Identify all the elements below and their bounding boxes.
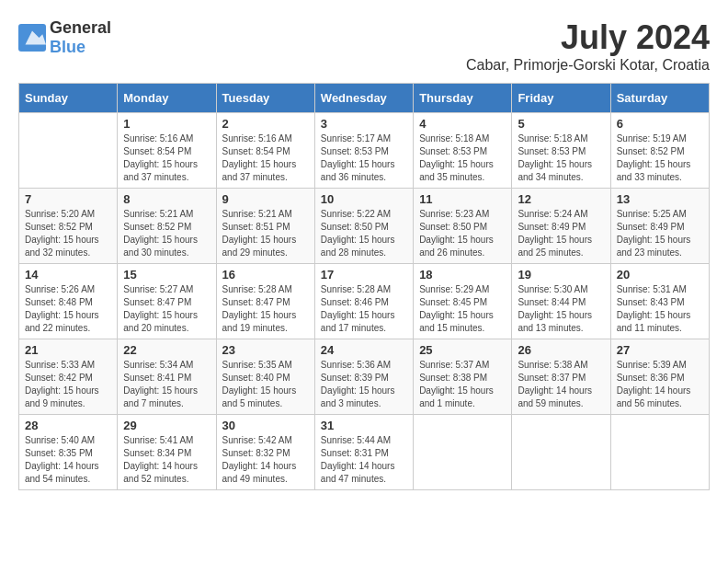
logo: General Blue	[18, 18, 111, 57]
day-number: 28	[25, 419, 111, 432]
day-number: 14	[25, 268, 111, 282]
day-info: Sunrise: 5:30 AM Sunset: 8:44 PM Dayligh…	[518, 283, 604, 335]
calendar-cell: 16Sunrise: 5:28 AM Sunset: 8:47 PM Dayli…	[216, 264, 314, 339]
day-number: 13	[617, 192, 703, 206]
logo-general-text: General	[50, 18, 111, 37]
day-number: 16	[222, 268, 309, 282]
day-info: Sunrise: 5:17 AM Sunset: 8:53 PM Dayligh…	[321, 132, 407, 184]
calendar-body: 1Sunrise: 5:16 AM Sunset: 8:54 PM Daylig…	[19, 113, 710, 490]
day-number: 2	[222, 117, 309, 131]
calendar-cell	[414, 415, 512, 490]
day-number: 31	[321, 419, 407, 432]
calendar-cell	[512, 415, 610, 490]
calendar-cell: 24Sunrise: 5:36 AM Sunset: 8:39 PM Dayli…	[314, 339, 413, 415]
day-number: 6	[617, 117, 703, 131]
month-year-title: July 2024	[466, 18, 710, 57]
day-header-saturday: Saturday	[610, 84, 709, 113]
calendar-cell	[610, 415, 709, 490]
calendar-cell: 30Sunrise: 5:42 AM Sunset: 8:32 PM Dayli…	[216, 415, 314, 490]
calendar-cell: 5Sunrise: 5:18 AM Sunset: 8:53 PM Daylig…	[512, 113, 610, 189]
calendar-cell: 4Sunrise: 5:18 AM Sunset: 8:53 PM Daylig…	[414, 113, 512, 189]
calendar-cell: 19Sunrise: 5:30 AM Sunset: 8:44 PM Dayli…	[512, 264, 610, 339]
calendar-cell: 2Sunrise: 5:16 AM Sunset: 8:54 PM Daylig…	[216, 113, 314, 189]
calendar-cell: 29Sunrise: 5:41 AM Sunset: 8:34 PM Dayli…	[118, 415, 216, 490]
day-number: 30	[222, 419, 309, 432]
day-header-friday: Friday	[512, 84, 610, 113]
day-info: Sunrise: 5:44 AM Sunset: 8:31 PM Dayligh…	[321, 434, 407, 486]
day-number: 25	[419, 343, 506, 357]
day-number: 3	[321, 117, 407, 131]
day-info: Sunrise: 5:31 AM Sunset: 8:43 PM Dayligh…	[617, 283, 703, 335]
page-header: General Blue July 2024 Cabar, Primorje-G…	[18, 18, 710, 74]
day-info: Sunrise: 5:18 AM Sunset: 8:53 PM Dayligh…	[518, 132, 604, 184]
day-info: Sunrise: 5:35 AM Sunset: 8:40 PM Dayligh…	[222, 359, 309, 410]
week-row-3: 21Sunrise: 5:33 AM Sunset: 8:42 PM Dayli…	[19, 339, 710, 415]
day-number: 22	[123, 343, 210, 357]
day-number: 7	[25, 192, 111, 206]
day-number: 8	[123, 192, 210, 206]
calendar-cell: 17Sunrise: 5:28 AM Sunset: 8:46 PM Dayli…	[314, 264, 413, 339]
day-info: Sunrise: 5:21 AM Sunset: 8:51 PM Dayligh…	[222, 208, 309, 259]
day-info: Sunrise: 5:28 AM Sunset: 8:46 PM Dayligh…	[321, 283, 407, 335]
day-number: 20	[617, 268, 703, 282]
calendar-table: SundayMondayTuesdayWednesdayThursdayFrid…	[18, 83, 710, 490]
day-info: Sunrise: 5:21 AM Sunset: 8:52 PM Dayligh…	[123, 208, 210, 259]
calendar-cell: 10Sunrise: 5:22 AM Sunset: 8:50 PM Dayli…	[314, 189, 413, 264]
day-info: Sunrise: 5:29 AM Sunset: 8:45 PM Dayligh…	[419, 283, 506, 335]
calendar-cell: 13Sunrise: 5:25 AM Sunset: 8:49 PM Dayli…	[610, 189, 709, 264]
calendar-cell: 3Sunrise: 5:17 AM Sunset: 8:53 PM Daylig…	[314, 113, 413, 189]
calendar-cell: 25Sunrise: 5:37 AM Sunset: 8:38 PM Dayli…	[414, 339, 512, 415]
calendar-cell: 23Sunrise: 5:35 AM Sunset: 8:40 PM Dayli…	[216, 339, 314, 415]
calendar-cell: 9Sunrise: 5:21 AM Sunset: 8:51 PM Daylig…	[216, 189, 314, 264]
day-info: Sunrise: 5:40 AM Sunset: 8:35 PM Dayligh…	[25, 434, 111, 486]
day-number: 15	[123, 268, 210, 282]
location-title: Cabar, Primorje-Gorski Kotar, Croatia	[466, 57, 710, 74]
days-of-week-row: SundayMondayTuesdayWednesdayThursdayFrid…	[19, 84, 710, 113]
calendar-header: SundayMondayTuesdayWednesdayThursdayFrid…	[19, 84, 710, 113]
logo-icon	[18, 24, 46, 52]
day-number: 23	[222, 343, 309, 357]
day-number: 10	[321, 192, 407, 206]
day-info: Sunrise: 5:26 AM Sunset: 8:48 PM Dayligh…	[25, 283, 111, 335]
calendar-cell: 15Sunrise: 5:27 AM Sunset: 8:47 PM Dayli…	[118, 264, 216, 339]
calendar-cell: 7Sunrise: 5:20 AM Sunset: 8:52 PM Daylig…	[19, 189, 118, 264]
calendar-cell: 11Sunrise: 5:23 AM Sunset: 8:50 PM Dayli…	[414, 189, 512, 264]
calendar-cell: 21Sunrise: 5:33 AM Sunset: 8:42 PM Dayli…	[19, 339, 118, 415]
day-number: 1	[123, 117, 210, 131]
day-info: Sunrise: 5:16 AM Sunset: 8:54 PM Dayligh…	[123, 132, 210, 184]
day-info: Sunrise: 5:25 AM Sunset: 8:49 PM Dayligh…	[617, 208, 703, 259]
day-header-wednesday: Wednesday	[314, 84, 413, 113]
day-header-sunday: Sunday	[19, 84, 118, 113]
day-number: 21	[25, 343, 111, 357]
day-info: Sunrise: 5:28 AM Sunset: 8:47 PM Dayligh…	[222, 283, 309, 335]
day-info: Sunrise: 5:38 AM Sunset: 8:37 PM Dayligh…	[518, 359, 604, 410]
day-info: Sunrise: 5:22 AM Sunset: 8:50 PM Dayligh…	[321, 208, 407, 259]
calendar-cell: 12Sunrise: 5:24 AM Sunset: 8:49 PM Dayli…	[512, 189, 610, 264]
day-info: Sunrise: 5:27 AM Sunset: 8:47 PM Dayligh…	[123, 283, 210, 335]
day-number: 11	[419, 192, 506, 206]
day-number: 4	[419, 117, 506, 131]
week-row-0: 1Sunrise: 5:16 AM Sunset: 8:54 PM Daylig…	[19, 113, 710, 189]
day-header-tuesday: Tuesday	[216, 84, 314, 113]
day-number: 27	[617, 343, 703, 357]
day-number: 29	[123, 419, 210, 432]
day-info: Sunrise: 5:33 AM Sunset: 8:42 PM Dayligh…	[25, 359, 111, 410]
calendar-cell: 28Sunrise: 5:40 AM Sunset: 8:35 PM Dayli…	[19, 415, 118, 490]
calendar-cell: 6Sunrise: 5:19 AM Sunset: 8:52 PM Daylig…	[610, 113, 709, 189]
calendar-cell	[19, 113, 118, 189]
calendar-cell: 31Sunrise: 5:44 AM Sunset: 8:31 PM Dayli…	[314, 415, 413, 490]
day-number: 24	[321, 343, 407, 357]
day-number: 5	[518, 117, 604, 131]
day-header-thursday: Thursday	[414, 84, 512, 113]
day-info: Sunrise: 5:41 AM Sunset: 8:34 PM Dayligh…	[123, 434, 210, 486]
day-number: 26	[518, 343, 604, 357]
day-info: Sunrise: 5:19 AM Sunset: 8:52 PM Dayligh…	[617, 132, 703, 184]
day-info: Sunrise: 5:34 AM Sunset: 8:41 PM Dayligh…	[123, 359, 210, 410]
day-info: Sunrise: 5:16 AM Sunset: 8:54 PM Dayligh…	[222, 132, 309, 184]
calendar-cell: 27Sunrise: 5:39 AM Sunset: 8:36 PM Dayli…	[610, 339, 709, 415]
day-number: 18	[419, 268, 506, 282]
week-row-4: 28Sunrise: 5:40 AM Sunset: 8:35 PM Dayli…	[19, 415, 710, 490]
day-number: 9	[222, 192, 309, 206]
calendar-cell: 22Sunrise: 5:34 AM Sunset: 8:41 PM Dayli…	[118, 339, 216, 415]
day-info: Sunrise: 5:36 AM Sunset: 8:39 PM Dayligh…	[321, 359, 407, 410]
